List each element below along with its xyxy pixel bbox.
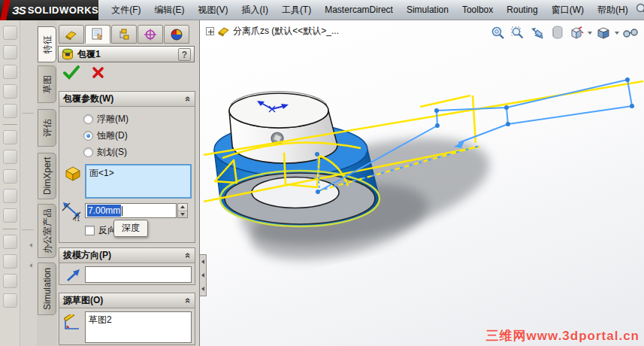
view-orientation-dropdown-icon[interactable] — [588, 32, 592, 35]
collapse-chevron-icon: « — [183, 253, 194, 258]
radio-circle[interactable] — [83, 114, 93, 124]
rail-icon[interactable] — [3, 274, 17, 288]
rail-icon[interactable] — [3, 84, 17, 99]
radio-emboss[interactable]: 浮雕(M) — [83, 113, 128, 126]
solidworks-logo: ЗS SOLIDWORKS — [0, 0, 98, 20]
menu-file[interactable]: 文件(F) — [104, 0, 147, 20]
svg-text:T1: T1 — [74, 217, 80, 221]
dimxpert-icon — [144, 29, 157, 41]
rail-icon[interactable] — [3, 130, 17, 144]
source-sketch-box[interactable]: 草图2 — [85, 311, 192, 343]
tab-sketch[interactable]: 草图 — [38, 65, 56, 103]
cancel-button[interactable] — [92, 66, 104, 81]
pull-direction-icon — [65, 268, 82, 283]
property-manager-icon — [91, 28, 104, 41]
toolbar-flyout-icon[interactable] — [29, 263, 32, 268]
checkbox[interactable] — [85, 226, 95, 235]
search-icon[interactable] — [635, 2, 644, 18]
center-hole[interactable] — [252, 178, 339, 208]
depth-value-selected: 7.00mm — [87, 205, 121, 217]
tab-dimxpert[interactable]: DimXpert — [38, 153, 56, 199]
menu-routing[interactable]: Routing — [500, 0, 544, 20]
group-pull-direction: 拔模方向(P) « — [59, 247, 195, 285]
face-selection-box[interactable]: 面<1> — [85, 164, 192, 199]
zoom-area-button[interactable] — [509, 23, 527, 43]
solidworks-window: ЗS SOLIDWORKS 文件(F) 编辑(E) 视图(V) 插入(I) 工具… — [0, 0, 644, 346]
rail-icon[interactable] — [3, 169, 17, 184]
spin-down-button[interactable] — [178, 211, 187, 218]
rail-icon[interactable] — [3, 45, 17, 59]
toolbar-flyout-icon[interactable] — [29, 243, 32, 247]
radio-deboss[interactable]: 蚀雕(D) — [83, 129, 128, 142]
property-manager-tab[interactable] — [85, 25, 110, 44]
menu-toolbox[interactable]: Toolbox — [455, 0, 500, 20]
group-header-wrap-parameters[interactable]: 包覆参数(W) « — [59, 92, 195, 107]
rail-icon[interactable] — [3, 26, 17, 40]
arrow-up-icon — [180, 205, 185, 208]
rail-icon[interactable] — [3, 254, 17, 269]
hide-show-items-button[interactable] — [621, 23, 639, 43]
sketch-step-right[interactable] — [420, 96, 476, 143]
menu-mastercam[interactable]: MastercamDirect — [318, 0, 400, 20]
gutter-divider — [22, 113, 34, 114]
group-source-sketch: 源草图(O) « 草图2 — [59, 293, 195, 345]
rail-icon[interactable] — [3, 208, 17, 223]
dimxpert-manager-tab[interactable] — [138, 25, 163, 44]
face-selection-icon — [64, 165, 82, 181]
help-button[interactable]: ? — [178, 48, 191, 61]
menu-view[interactable]: 视图(V) — [192, 0, 235, 20]
toolbar-gutter — [20, 20, 37, 346]
sketch-line[interactable] — [458, 124, 508, 143]
rail-icon[interactable] — [3, 150, 17, 164]
tree-expand-icon[interactable] — [206, 27, 214, 35]
rail-icon[interactable] — [3, 235, 17, 249]
group-header-source-sketch[interactable]: 源草图(O) « — [59, 293, 195, 308]
tab-features[interactable]: 特征 — [38, 26, 56, 62]
rail-separator — [3, 124, 17, 125]
appearances-icon — [170, 29, 183, 41]
group-header-pull-direction[interactable]: 拔模方向(P) « — [59, 248, 195, 263]
radio-circle-selected[interactable] — [83, 131, 93, 141]
configuration-manager-tab[interactable] — [111, 25, 137, 44]
menu-window[interactable]: 窗口(W) — [545, 0, 591, 20]
section-view-button[interactable] — [548, 23, 566, 43]
feature-manager-tab[interactable] — [59, 25, 84, 44]
menu-simulation[interactable]: Simulation — [400, 0, 455, 20]
rail-icon[interactable] — [3, 65, 17, 79]
radio-circle[interactable] — [83, 147, 93, 157]
tab-simulation[interactable]: Simulation — [38, 263, 56, 315]
rail-icon[interactable] — [3, 189, 17, 203]
menu-edit[interactable]: 编辑(E) — [148, 0, 192, 20]
depth-tooltip: 深度 — [113, 220, 148, 237]
display-style-dropdown-icon[interactable] — [615, 32, 619, 35]
zoom-fit-button[interactable] — [489, 23, 507, 43]
rail-icon[interactable] — [3, 104, 17, 118]
ok-cancel-bar — [63, 65, 104, 82]
feature-toolbar-rail — [0, 20, 20, 346]
menu-help[interactable]: 帮助(H) — [591, 0, 635, 20]
watermark: 三维网www.3dportal.cn — [486, 327, 639, 344]
depth-input[interactable]: 7.00mm — [85, 203, 177, 218]
tab-evaluate[interactable]: 评估 — [38, 109, 56, 147]
panel-splitter-handle[interactable] — [200, 254, 207, 296]
display-manager-tab[interactable] — [164, 25, 189, 44]
menu-insert[interactable]: 插入(I) — [235, 0, 275, 20]
graphics-area[interactable]: 分离爪zs (默认<<默认>_... — [200, 20, 644, 346]
ok-button[interactable] — [63, 65, 80, 82]
boss-top-face[interactable] — [229, 93, 328, 128]
sketch-profile[interactable] — [437, 80, 632, 126]
spin-up-button[interactable] — [178, 204, 187, 211]
tree-item-label[interactable]: 分离爪zs (默认<<默认>_... — [233, 25, 339, 38]
view-orientation-button[interactable] — [567, 23, 585, 43]
group-wrap-parameters: 包覆参数(W) « 浮雕(M) 蚀雕(D) 刻划(S) 面<1> — [59, 91, 195, 243]
model-part[interactable] — [214, 92, 379, 226]
tab-office-products[interactable]: 办公室产品 — [38, 204, 56, 258]
previous-view-button[interactable] — [528, 23, 546, 43]
rail-icon[interactable] — [3, 293, 17, 308]
model-viewport[interactable] — [200, 20, 644, 346]
display-style-button[interactable] — [594, 23, 612, 43]
pull-direction-box[interactable] — [85, 266, 192, 283]
menu-tools[interactable]: 工具(T) — [275, 0, 318, 20]
ok-check-icon — [63, 65, 80, 80]
radio-scribe[interactable]: 刻划(S) — [83, 146, 127, 159]
